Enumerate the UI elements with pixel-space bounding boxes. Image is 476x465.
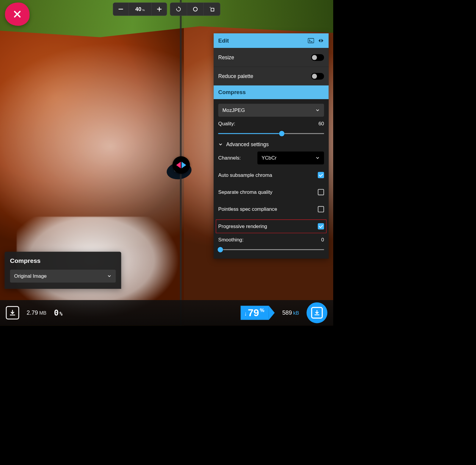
edit-header: Edit (214, 33, 328, 48)
zoom-group: 40 % (113, 2, 167, 16)
reduce-palette-toggle[interactable] (311, 73, 324, 79)
chevron-down-icon (315, 156, 320, 160)
progressive-label: Progressive rendering (218, 223, 267, 229)
progressive-checkbox[interactable] (318, 223, 324, 230)
zoom-unit: % (142, 8, 145, 12)
progressive-row: Progressive rendering (216, 219, 326, 233)
crop-icon (209, 6, 215, 12)
channels-label: Channels: (218, 155, 241, 161)
download-icon (314, 310, 320, 316)
codec-value: MozJPEG (223, 107, 245, 113)
zoom-out-button[interactable] (113, 3, 129, 15)
chevron-down-icon (315, 108, 320, 113)
left-size-unit: MB (39, 310, 46, 316)
plus-icon (156, 6, 162, 12)
pointless-row: Pointless spec compliance (218, 203, 324, 216)
quality-value[interactable]: 60 (319, 121, 324, 127)
bottom-left: 2.79MB 0% (6, 306, 63, 319)
cli-icon[interactable] (308, 38, 314, 43)
compare-left-icon (176, 162, 181, 168)
copy-side-icon[interactable] (318, 38, 324, 43)
resize-toggle[interactable] (311, 54, 324, 61)
down-arrow-icon: ↓ (244, 310, 247, 317)
bottom-right: ↓ 79 % 589kB (240, 302, 327, 323)
crop-button[interactable] (203, 3, 220, 15)
left-size-value: 2.79 (27, 310, 38, 316)
smoothing-row: Smoothing: 0 (218, 237, 324, 243)
smoothing-thumb[interactable] (218, 247, 223, 252)
zoom-value-field[interactable]: 40 % (129, 3, 151, 15)
smoothing-value[interactable]: 0 (321, 237, 324, 243)
compress-header: Compress (214, 85, 328, 99)
quality-slider[interactable] (218, 131, 324, 136)
download-left-button[interactable] (6, 306, 19, 319)
codec-select[interactable]: MozJPEG (218, 104, 324, 117)
advanced-toggle[interactable]: Advanced settings (218, 141, 324, 147)
zoom-in-button[interactable] (151, 3, 167, 15)
transform-group (170, 2, 220, 16)
compare-handle[interactable] (173, 156, 190, 174)
rotate-button[interactable] (170, 3, 187, 15)
close-button[interactable] (5, 2, 30, 26)
separate-chroma-checkbox[interactable] (318, 189, 324, 195)
smoothing-label: Smoothing: (218, 237, 244, 243)
download-right-button[interactable] (306, 302, 327, 323)
close-icon (13, 10, 22, 19)
left-compress-panel: Compress Original Image (4, 252, 121, 289)
left-percent-value: 0 (54, 308, 59, 317)
right-size-value: 589 (282, 310, 292, 316)
resize-label: Resize (218, 54, 234, 60)
bottom-bar: 2.79MB 0% ↓ 79 % 589kB (0, 300, 333, 325)
right-size: 589kB (282, 310, 299, 316)
right-settings-panel: Edit Resize Reduce palette Compress MozJ… (214, 33, 328, 259)
compress-body: MozJPEG Quality: 60 Advanced settings Ch… (214, 99, 328, 259)
pointless-checkbox[interactable] (318, 206, 324, 212)
pointless-label: Pointless spec compliance (218, 206, 277, 212)
chevron-down-icon (107, 274, 112, 278)
separate-chroma-row: Separate chroma quality (218, 186, 324, 199)
left-size: 2.79MB (27, 310, 46, 316)
channels-row: Channels: YCbCr (218, 152, 324, 164)
top-toolbar: 40 % (113, 2, 220, 16)
auto-subsample-checkbox[interactable] (318, 172, 324, 178)
quality-thumb[interactable] (279, 131, 284, 136)
edit-title: Edit (218, 38, 229, 44)
left-percent: 0% (54, 308, 62, 317)
reduce-palette-label: Reduce palette (218, 73, 253, 79)
separate-chroma-label: Separate chroma quality (218, 189, 273, 195)
left-codec-value: Original Image (14, 273, 47, 279)
svg-rect-2 (308, 38, 314, 43)
background-toggle-button[interactable] (187, 3, 203, 15)
minus-icon (118, 6, 124, 12)
chevron-down-icon (218, 142, 223, 146)
reduce-palette-row: Reduce palette (214, 67, 328, 85)
auto-subsample-label: Auto subsample chroma (218, 172, 272, 178)
auto-subsample-row: Auto subsample chroma (218, 168, 324, 181)
zoom-value: 40 (135, 6, 141, 13)
right-size-unit: kB (293, 310, 299, 316)
channels-value: YCbCr (262, 155, 276, 161)
reduction-badge: ↓ 79 % (240, 306, 269, 320)
advanced-label: Advanced settings (226, 141, 269, 147)
quality-label: Quality: (218, 121, 235, 127)
rotate-icon (176, 6, 181, 12)
circle-icon (192, 6, 198, 12)
smoothing-slider[interactable] (218, 247, 324, 252)
svg-rect-1 (211, 8, 214, 11)
left-codec-select[interactable]: Original Image (10, 270, 116, 283)
channels-select[interactable]: YCbCr (257, 152, 324, 164)
download-icon (9, 310, 16, 316)
quality-row: Quality: 60 (218, 121, 324, 127)
compare-right-icon (181, 162, 186, 168)
resize-row: Resize (214, 48, 328, 67)
left-compress-title: Compress (10, 257, 116, 264)
svg-point-0 (193, 7, 197, 11)
compress-title: Compress (218, 89, 246, 96)
reduction-value: 79 (248, 308, 259, 318)
